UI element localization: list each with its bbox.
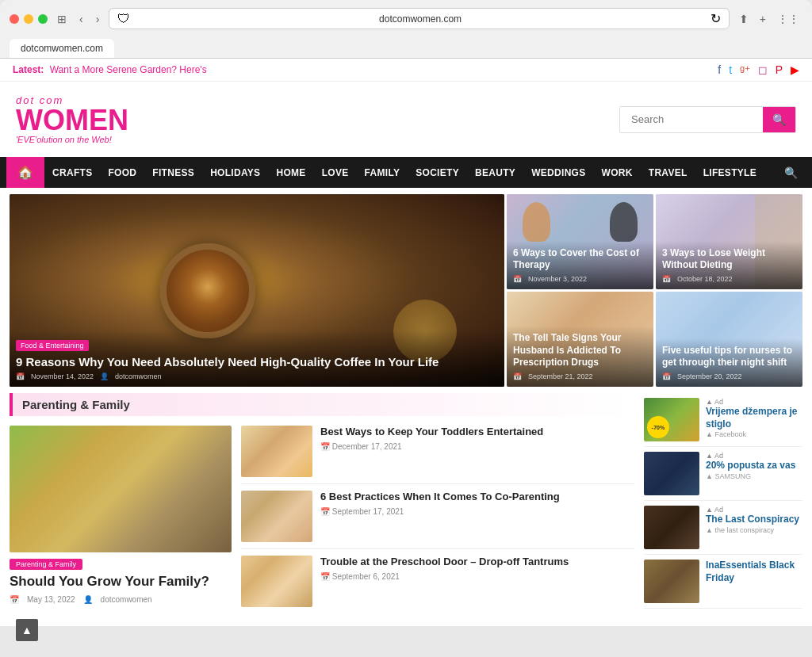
ad-image-1 xyxy=(644,452,699,495)
featured-card-weight[interactable]: 3 Ways to Lose Weight Without Dieting 📅 … xyxy=(656,194,802,289)
nav-item-work[interactable]: WORK xyxy=(594,159,641,186)
main-card-author: dotcomwomen xyxy=(115,372,162,380)
article-item-1-date: 📅 September 17, 2021 xyxy=(320,507,634,516)
nav-item-home[interactable]: HOME xyxy=(268,159,313,186)
featured-card-husband[interactable]: The Tell Tale Signs Your Husband Is Addi… xyxy=(507,292,653,387)
nurse-card-date: September 20, 2022 xyxy=(677,372,742,380)
site-logo[interactable]: dot com WOMEN 'EVE'olution on the Web! xyxy=(16,94,128,144)
main-parenting-article[interactable]: Parenting & Family Should You Grow Your … xyxy=(10,426,232,613)
twitter-icon[interactable]: t xyxy=(729,63,732,76)
person-silhouette-2 xyxy=(610,202,638,242)
featured-card-nurse[interactable]: Five useful tips for nurses to get throu… xyxy=(656,292,802,387)
calendar-icon-3: 📅 xyxy=(662,275,671,283)
toddler-bg xyxy=(241,426,312,477)
nav-item-crafts[interactable]: CRAFTS xyxy=(44,159,100,186)
new-tab-button[interactable]: + xyxy=(756,11,769,27)
tab-bar: dotcomwomen.com xyxy=(10,36,802,58)
husband-card-overlay: The Tell Tale Signs Your Husband Is Addi… xyxy=(507,326,653,387)
nurse-card-title: Five useful tips for nurses to get throu… xyxy=(662,345,796,369)
person-silhouette xyxy=(523,202,550,242)
nav-item-lifestyle[interactable]: LIFESTYLE xyxy=(695,159,764,186)
instagram-icon[interactable]: ◻ xyxy=(758,63,768,76)
reload-icon[interactable]: ↻ xyxy=(710,11,721,26)
article-item-0-info: Best Ways to Keep Your Toddlers Entertai… xyxy=(320,426,634,477)
nurse-card-meta: 📅 September 20, 2022 xyxy=(662,372,796,380)
article-item-0-title: Best Ways to Keep Your Toddlers Entertai… xyxy=(320,426,634,439)
weight-card-title: 3 Ways to Lose Weight Without Dieting xyxy=(662,247,796,272)
search-button[interactable]: 🔍 xyxy=(763,107,795,132)
nav-home-button[interactable]: 🏠 xyxy=(6,157,44,188)
latest-article-link[interactable]: Want a More Serene Garden? Here's xyxy=(50,64,207,75)
ad-label-1: ▲ Ad xyxy=(706,452,795,460)
weight-card-overlay: 3 Ways to Lose Weight Without Dieting 📅 … xyxy=(656,241,802,289)
coparent-bg xyxy=(241,491,312,542)
nav-search-icon[interactable]: 🔍 xyxy=(776,159,806,187)
forward-button[interactable]: › xyxy=(93,11,103,27)
calendar-icon-5: 📅 xyxy=(662,372,671,380)
nav-item-family[interactable]: FAMILY xyxy=(357,159,408,186)
sidebar-toggle[interactable]: ⊞ xyxy=(54,11,70,27)
ad-image-3 xyxy=(644,560,699,603)
googleplus-icon[interactable]: g+ xyxy=(740,63,750,76)
article-item-2-title: Trouble at the Preschool Door – Drop-off… xyxy=(320,556,634,569)
pinterest-icon[interactable]: P xyxy=(776,63,783,76)
calendar-icon: 📅 xyxy=(16,372,25,380)
ad-label-0: ▲ Ad xyxy=(706,398,802,406)
sidebar: -70% ▲ Ad Vrijeme džempera je stiglo ▲ F… xyxy=(644,393,802,613)
featured-card-therapy[interactable]: 6 Ways to Cover the Cost of Therapy 📅 No… xyxy=(507,194,653,289)
logo-main-text: WOMEN xyxy=(16,106,128,135)
facebook-icon[interactable]: f xyxy=(718,63,721,76)
calendar-icon-7: 📅 xyxy=(320,442,330,451)
nav-item-travel[interactable]: TRAVEL xyxy=(641,159,695,186)
ad-image-0: -70% xyxy=(644,398,699,441)
article-item-1[interactable]: 6 Best Practices When It Comes To Co-Par… xyxy=(241,491,634,549)
main-card-tag: Food & Entertaining xyxy=(16,340,89,351)
ad-info-2: ▲ Ad The Last Conspiracy ▲ the last cons… xyxy=(706,506,799,534)
family-bg xyxy=(10,426,232,552)
site-header: dot com WOMEN 'EVE'olution on the Web! 🔍 xyxy=(0,82,812,157)
article-items-list: Best Ways to Keep Your Toddlers Entertai… xyxy=(241,426,634,613)
ad-item-1: ▲ Ad 20% popusta za vas ▲ SAMSUNG xyxy=(644,447,802,501)
main-card-title: 9 Reasons Why You Need Absolutely Need H… xyxy=(16,354,498,370)
content-with-sidebar: Parenting & Family Parenting & Family Sh… xyxy=(0,393,812,626)
nav-item-holidays[interactable]: HOLIDAYS xyxy=(202,159,268,186)
share-button[interactable]: ⬆ xyxy=(736,11,752,27)
parenting-section: Parenting & Family Parenting & Family Sh… xyxy=(10,393,634,613)
youtube-icon[interactable]: ▶ xyxy=(791,63,799,76)
minimize-button[interactable] xyxy=(24,14,33,24)
nav-item-love[interactable]: LOVE xyxy=(314,159,357,186)
extensions-button[interactable]: ⋮⋮ xyxy=(774,11,802,27)
article-item-2[interactable]: Trouble at the Preschool Door – Drop-off… xyxy=(241,556,634,613)
ad-title-0[interactable]: Vrijeme džempera je stiglo xyxy=(706,406,802,430)
nav-item-fitness[interactable]: FITNESS xyxy=(144,159,202,186)
featured-grid: Food & Entertaining 9 Reasons Why You Ne… xyxy=(10,194,802,387)
browser-actions: ⬆ + ⋮⋮ xyxy=(736,11,802,27)
family-walk-image xyxy=(10,426,232,552)
back-button[interactable]: ‹ xyxy=(76,11,86,27)
article-item-1-info: 6 Best Practices When It Comes To Co-Par… xyxy=(320,491,634,542)
active-tab[interactable]: dotcomwomen.com xyxy=(10,39,114,58)
nav-item-food[interactable]: FOOD xyxy=(100,159,144,186)
parenting-main-date: May 13, 2022 xyxy=(27,595,75,604)
calendar-icon-4: 📅 xyxy=(513,372,522,380)
therapy-card-meta: 📅 November 3, 2022 xyxy=(513,275,647,283)
featured-main-article[interactable]: Food & Entertaining 9 Reasons Why You Ne… xyxy=(10,194,504,387)
ad-title-3[interactable]: InaEssentials Black Friday xyxy=(706,560,802,584)
author-icon-2: 👤 xyxy=(83,595,93,604)
calendar-icon-8: 📅 xyxy=(320,507,330,516)
ad-title-2[interactable]: The Last Conspiracy xyxy=(706,514,799,526)
husband-card-date: September 21, 2022 xyxy=(528,372,593,380)
search-input[interactable] xyxy=(620,107,763,132)
nav-item-weddings[interactable]: WEDDINGS xyxy=(523,159,593,186)
url-text[interactable]: dotcomwomen.com xyxy=(136,13,703,25)
scroll-to-top-button[interactable]: ▲ xyxy=(16,619,38,641)
article-item-0[interactable]: Best Ways to Keep Your Toddlers Entertai… xyxy=(241,426,634,484)
ad-title-1[interactable]: 20% popusta za vas xyxy=(706,460,795,472)
maximize-button[interactable] xyxy=(38,14,48,24)
article-list: Parenting & Family Should You Grow Your … xyxy=(10,426,634,613)
search-bar: 🔍 xyxy=(619,106,796,133)
nav-item-beauty[interactable]: BEAUTY xyxy=(467,159,523,186)
nav-item-society[interactable]: SOCIETY xyxy=(408,159,467,186)
author-icon: 👤 xyxy=(100,372,109,380)
close-button[interactable] xyxy=(10,14,19,24)
